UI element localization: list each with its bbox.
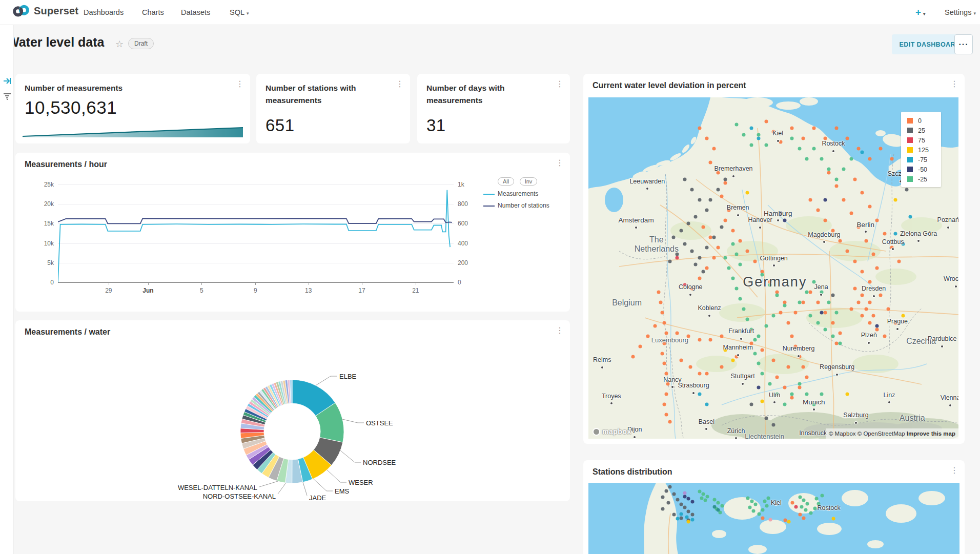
station-dot[interactable] xyxy=(690,500,694,504)
kebab-menu-icon[interactable]: ⋮ xyxy=(950,466,958,475)
station-dot[interactable] xyxy=(761,399,764,403)
station-dot[interactable] xyxy=(824,327,827,331)
station-dot[interactable] xyxy=(746,249,749,253)
station-dot[interactable] xyxy=(783,304,786,307)
station-dot[interactable] xyxy=(702,492,705,496)
station-dot[interactable] xyxy=(849,307,853,311)
station-dot[interactable] xyxy=(646,335,649,338)
station-dot[interactable] xyxy=(875,327,879,331)
station-dot[interactable] xyxy=(838,341,842,345)
nav-charts[interactable]: Charts xyxy=(142,0,164,25)
station-dot[interactable] xyxy=(790,136,794,140)
station-dot[interactable] xyxy=(676,256,679,260)
station-dot[interactable] xyxy=(757,335,761,338)
station-dot[interactable] xyxy=(705,208,709,212)
legend-row-0[interactable]: 0 xyxy=(907,116,941,126)
station-dot[interactable] xyxy=(668,420,671,423)
station-dot[interactable] xyxy=(775,294,779,297)
station-dot[interactable] xyxy=(871,253,875,256)
station-dot[interactable] xyxy=(800,505,804,508)
station-dot[interactable] xyxy=(724,181,727,184)
station-dot[interactable] xyxy=(712,236,716,239)
station-dot[interactable] xyxy=(764,119,768,123)
station-dot[interactable] xyxy=(734,123,738,127)
station-dot[interactable] xyxy=(758,512,761,516)
station-dot[interactable] xyxy=(664,413,668,417)
legend-all-button[interactable]: All xyxy=(498,177,514,186)
kebab-menu-icon[interactable]: ⋮ xyxy=(236,80,244,88)
station-dot[interactable] xyxy=(752,509,756,512)
station-dot[interactable] xyxy=(802,499,805,502)
station-dot[interactable] xyxy=(798,300,801,304)
station-dot[interactable] xyxy=(798,147,801,150)
dashboard-more-button[interactable]: ··· xyxy=(954,34,973,54)
station-dot[interactable] xyxy=(664,393,668,396)
hour-chart-plot[interactable] xyxy=(58,184,454,282)
station-dot[interactable] xyxy=(905,188,908,191)
station-dot[interactable] xyxy=(685,516,688,519)
station-dot[interactable] xyxy=(716,246,720,250)
station-dot[interactable] xyxy=(827,171,831,174)
station-dot[interactable] xyxy=(720,195,723,198)
station-dot[interactable] xyxy=(812,126,816,130)
station-dot[interactable] xyxy=(783,386,786,389)
station-dot[interactable] xyxy=(665,489,668,493)
station-dot[interactable] xyxy=(761,348,764,352)
station-dot[interactable] xyxy=(894,232,897,236)
station-dot[interactable] xyxy=(748,506,751,509)
station-dot[interactable] xyxy=(809,314,812,318)
station-dot[interactable] xyxy=(749,143,753,147)
station-dot[interactable] xyxy=(765,504,768,508)
station-dot[interactable] xyxy=(664,372,668,376)
deviation-map[interactable]: TheNetherlandsBelgiumLuxembourgGermanyCz… xyxy=(588,97,958,439)
station-dot[interactable] xyxy=(812,280,816,283)
station-dot[interactable] xyxy=(806,502,809,505)
station-dot[interactable] xyxy=(705,136,709,140)
station-dot[interactable] xyxy=(861,314,864,318)
station-dot[interactable] xyxy=(883,335,886,338)
station-dot[interactable] xyxy=(700,496,703,500)
station-dot[interactable] xyxy=(709,236,712,239)
station-dot[interactable] xyxy=(753,338,757,341)
station-dot[interactable] xyxy=(801,300,805,304)
station-dot[interactable] xyxy=(820,157,823,160)
station-dot[interactable] xyxy=(790,335,794,338)
station-dot[interactable] xyxy=(713,505,717,508)
station-dot[interactable] xyxy=(683,242,686,246)
station-dot[interactable] xyxy=(746,317,749,321)
new-item-button[interactable]: +▾ xyxy=(915,0,926,25)
kebab-menu-icon[interactable]: ⋮ xyxy=(556,326,564,335)
station-dot[interactable] xyxy=(679,229,683,232)
station-dot[interactable] xyxy=(664,331,668,335)
mapbox-logo[interactable]: mapbox xyxy=(593,427,631,436)
station-dot[interactable] xyxy=(687,497,690,501)
station-dot[interactable] xyxy=(742,133,746,137)
station-dot[interactable] xyxy=(767,496,770,500)
station-dot[interactable] xyxy=(712,147,716,150)
station-dot[interactable] xyxy=(727,266,731,270)
station-dot[interactable] xyxy=(709,198,712,201)
station-dot[interactable] xyxy=(790,393,794,396)
station-dot[interactable] xyxy=(757,386,761,389)
station-dot[interactable] xyxy=(861,150,864,154)
station-dot[interactable] xyxy=(764,143,768,147)
station-dot[interactable] xyxy=(676,517,679,521)
station-dot[interactable] xyxy=(680,516,683,520)
station-dot[interactable] xyxy=(879,147,883,150)
station-dot[interactable] xyxy=(712,256,716,260)
superset-logo[interactable]: Superset xyxy=(12,5,78,17)
station-dot[interactable] xyxy=(724,177,727,181)
station-dot[interactable] xyxy=(809,511,813,515)
station-dot[interactable] xyxy=(686,222,690,225)
station-dot[interactable] xyxy=(657,290,661,294)
station-dot[interactable] xyxy=(761,516,765,520)
station-dot[interactable] xyxy=(687,520,690,524)
station-dot[interactable] xyxy=(746,191,749,195)
station-dot[interactable] xyxy=(663,403,666,406)
station-dot[interactable] xyxy=(687,510,690,514)
station-dot[interactable] xyxy=(794,311,798,314)
station-dot[interactable] xyxy=(683,491,687,495)
station-dot[interactable] xyxy=(821,494,824,497)
station-dot[interactable] xyxy=(875,266,879,270)
station-dot[interactable] xyxy=(698,126,701,130)
